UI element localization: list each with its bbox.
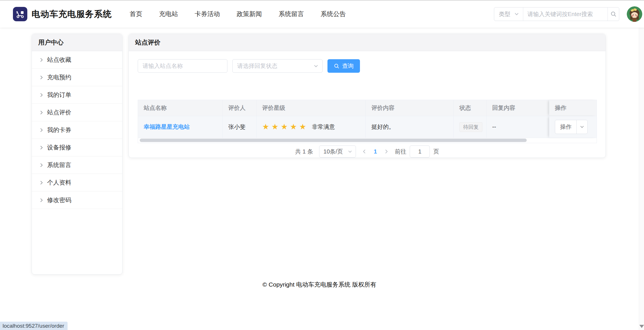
reviewer-cell: 张小斐 xyxy=(223,116,256,138)
panel-title: 站点评价 xyxy=(129,34,605,51)
reply-status-select[interactable]: 请选择回复状态 xyxy=(232,59,323,73)
query-button-label: 查询 xyxy=(342,62,354,70)
rating-cell: ★★★★★ 非常满意 xyxy=(256,116,366,138)
col-header-station-name: 站点名称 xyxy=(138,100,223,116)
sidebar-item-equipment-repair[interactable]: 设备报修 xyxy=(32,139,122,156)
copyright-footer: © Copyright 电动车充电服务系统 版权所有 xyxy=(0,281,639,289)
sidebar-item-system-messages[interactable]: 系统留言 xyxy=(32,156,122,174)
sidebar-item-station-favorites[interactable]: 站点收藏 xyxy=(32,51,122,69)
star-rating-icons: ★★★★★ xyxy=(262,123,308,131)
action-button-label[interactable]: 操作 xyxy=(555,120,576,134)
chevron-down-icon xyxy=(514,12,519,16)
magnifier-icon xyxy=(334,63,340,69)
station-reviews-panel: 站点评价 请选择回复状态 查询 站点名称 评价人 评价星级 评价 xyxy=(129,34,606,158)
col-header-actions: 操作 xyxy=(549,100,597,116)
col-header-reply: 回复内容 xyxy=(486,100,549,116)
table-header-row: 站点名称 评价人 评价星级 评价内容 状态 回复内容 操作 xyxy=(138,100,597,116)
station-link[interactable]: 幸福路星星充电站 xyxy=(144,123,190,131)
sidebar-title: 用户中心 xyxy=(32,34,122,51)
pagination-total: 共 1 条 xyxy=(295,148,313,156)
app-title: 电动车充电服务系统 xyxy=(32,8,112,20)
pagination: 共 1 条 10条/页 1 前往 页 xyxy=(129,145,605,158)
chevron-right-icon xyxy=(39,145,44,150)
nav-item-messages[interactable]: 系统留言 xyxy=(279,10,304,18)
nav-item-announcements[interactable]: 系统公告 xyxy=(321,10,346,18)
horizontal-scrollbar-thumb[interactable] xyxy=(140,139,527,142)
col-header-status: 状态 xyxy=(454,100,486,116)
scrollbar-down-arrow-icon[interactable] xyxy=(639,325,644,328)
chevron-right-icon xyxy=(39,181,44,185)
nav-item-coupons[interactable]: 卡券活动 xyxy=(195,10,220,18)
header-search-group: 类型 xyxy=(494,7,619,21)
current-page-number[interactable]: 1 xyxy=(373,148,378,155)
chevron-right-icon xyxy=(39,58,44,62)
chevron-down-icon[interactable] xyxy=(576,120,587,134)
sidebar-menu: 站点收藏 充电预约 我的订单 站点评价 我的卡券 设备报修 系统留言 个人资料 xyxy=(32,51,122,209)
sidebar-item-personal-profile[interactable]: 个人资料 xyxy=(32,174,122,191)
chevron-right-icon xyxy=(39,93,44,97)
chevron-right-icon xyxy=(39,198,44,202)
station-name-cell: 幸福路星星充电站 xyxy=(138,116,223,138)
browser-status-bar: localhost:9527/user/order xyxy=(0,322,68,330)
review-content-cell: 挺好的。 xyxy=(366,116,454,138)
sidebar-item-my-orders[interactable]: 我的订单 xyxy=(32,86,122,104)
sidebar-item-charging-reservation[interactable]: 充电预约 xyxy=(32,69,122,86)
filter-row: 请选择回复状态 查询 xyxy=(138,59,360,73)
goto-page-input[interactable] xyxy=(410,145,430,158)
nav-item-policy-news[interactable]: 政策新闻 xyxy=(237,10,262,18)
app-logo xyxy=(13,7,27,21)
vertical-scrollbar[interactable] xyxy=(639,28,644,330)
page-size-select[interactable]: 10条/页 xyxy=(319,145,356,158)
col-header-content: 评价内容 xyxy=(366,100,454,116)
magnifier-icon xyxy=(610,11,617,17)
app-header: 电动车充电服务系统 首页 充电站 卡券活动 政策新闻 系统留言 系统公告 类型 xyxy=(0,1,644,28)
reviews-table: 站点名称 评价人 评价星级 评价内容 状态 回复内容 操作 幸福路星星充电站 张… xyxy=(138,100,597,143)
actions-cell: 操作 xyxy=(549,116,597,138)
status-badge: 待回复 xyxy=(459,122,482,132)
chevron-right-icon xyxy=(39,75,44,80)
chevron-right-icon xyxy=(39,163,44,167)
search-type-placeholder: 类型 xyxy=(499,10,510,18)
goto-label: 前往 xyxy=(395,148,406,156)
header-search-button[interactable] xyxy=(607,7,619,21)
col-header-reviewer: 评价人 xyxy=(223,100,256,116)
sidebar-item-change-password[interactable]: 修改密码 xyxy=(32,191,122,209)
table-horizontal-scrollbar xyxy=(138,138,597,143)
next-page-button[interactable] xyxy=(384,149,389,154)
scooter-icon xyxy=(15,9,25,19)
station-name-input[interactable] xyxy=(138,59,227,73)
keyword-search-input[interactable] xyxy=(523,7,607,21)
panel-body: 请选择回复状态 查询 站点名称 评价人 评价星级 评价内容 状态 回复内容 操 xyxy=(129,51,605,158)
nav-item-stations[interactable]: 充电站 xyxy=(159,10,178,18)
chevron-right-icon xyxy=(39,110,44,115)
status-cell: 待回复 xyxy=(454,116,486,138)
search-type-select[interactable]: 类型 xyxy=(494,7,523,21)
goto-page-group: 前往 页 xyxy=(395,145,439,158)
reply-content-cell: -- xyxy=(486,116,549,138)
action-dropdown-button[interactable]: 操作 xyxy=(555,120,588,134)
user-avatar[interactable] xyxy=(627,6,642,22)
chevron-right-icon xyxy=(39,128,44,132)
chevron-down-icon xyxy=(348,149,352,154)
nav-item-home[interactable]: 首页 xyxy=(130,10,142,18)
prev-page-button[interactable] xyxy=(362,149,367,154)
main-nav: 首页 充电站 卡券活动 政策新闻 系统留言 系统公告 xyxy=(130,10,346,18)
brand[interactable]: 电动车充电服务系统 xyxy=(13,7,112,21)
sidebar-item-station-reviews[interactable]: 站点评价 xyxy=(32,104,122,121)
col-header-rating: 评价星级 xyxy=(256,100,366,116)
sidebar: 用户中心 站点收藏 充电预约 我的订单 站点评价 我的卡券 设备报修 系统留言 xyxy=(32,34,122,275)
sidebar-item-my-coupons[interactable]: 我的卡券 xyxy=(32,121,122,139)
table-row: 幸福路星星充电站 张小斐 ★★★★★ 非常满意 挺好的。 待回复 -- 操作 xyxy=(138,116,597,138)
chevron-down-icon xyxy=(314,64,318,68)
rating-text: 非常满意 xyxy=(312,123,335,131)
page-unit-label: 页 xyxy=(433,148,439,156)
query-button[interactable]: 查询 xyxy=(327,59,360,73)
